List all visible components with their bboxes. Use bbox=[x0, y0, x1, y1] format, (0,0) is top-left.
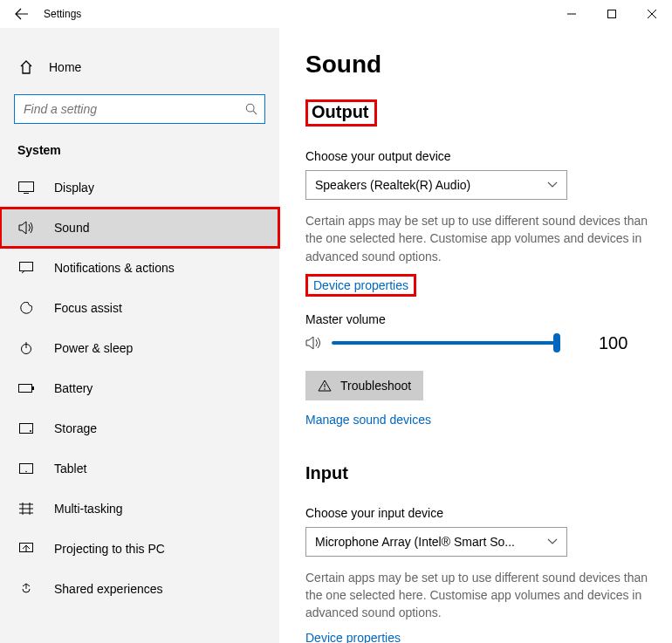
display-icon bbox=[17, 181, 35, 194]
sidebar-item-battery[interactable]: Battery bbox=[0, 368, 279, 408]
sidebar-item-label: Notifications & actions bbox=[54, 261, 175, 275]
titlebar: Settings bbox=[0, 0, 672, 28]
svg-point-12 bbox=[324, 388, 326, 390]
search-icon bbox=[245, 103, 257, 115]
master-volume-label: Master volume bbox=[305, 312, 663, 326]
sidebar: Home System Display Sound bbox=[0, 28, 279, 643]
sidebar-item-tablet[interactable]: Tablet bbox=[0, 448, 279, 489]
sidebar-item-label: Sound bbox=[54, 221, 89, 235]
sidebar-item-label: Battery bbox=[54, 381, 93, 395]
notifications-icon bbox=[17, 262, 35, 274]
input-device-value: Microphone Array (Intel® Smart So... bbox=[315, 535, 515, 549]
multitasking-icon bbox=[17, 503, 35, 515]
svg-rect-2 bbox=[19, 182, 34, 192]
sidebar-item-storage[interactable]: Storage bbox=[0, 408, 279, 448]
sidebar-item-label: Tablet bbox=[54, 462, 86, 475]
sidebar-item-label: Storage bbox=[54, 421, 97, 435]
sidebar-item-label: Focus assist bbox=[54, 301, 122, 315]
svg-rect-6 bbox=[32, 386, 34, 390]
chevron-down-icon bbox=[547, 181, 558, 188]
volume-icon[interactable] bbox=[305, 335, 325, 351]
svg-point-10 bbox=[25, 471, 27, 473]
projecting-icon bbox=[17, 543, 35, 555]
tablet-icon bbox=[17, 463, 35, 474]
sidebar-item-label: Multi-tasking bbox=[54, 502, 123, 516]
sidebar-item-projecting[interactable]: Projecting to this PC bbox=[0, 529, 279, 569]
input-help-text: Certain apps may be set up to use differ… bbox=[305, 569, 655, 622]
sidebar-item-display[interactable]: Display bbox=[0, 168, 279, 208]
troubleshoot-button[interactable]: Troubleshoot bbox=[305, 371, 423, 400]
sidebar-category: System bbox=[0, 138, 279, 168]
sidebar-item-label: Power & sleep bbox=[54, 341, 133, 355]
window-title: Settings bbox=[44, 8, 81, 20]
slider-thumb[interactable] bbox=[553, 333, 560, 352]
output-heading: Output bbox=[305, 99, 377, 127]
power-icon bbox=[17, 342, 35, 354]
home-label: Home bbox=[49, 60, 81, 74]
focus-icon bbox=[17, 302, 35, 314]
output-help-text: Certain apps may be set up to use differ… bbox=[305, 212, 655, 265]
sidebar-item-label: Projecting to this PC bbox=[54, 542, 165, 556]
page-title: Sound bbox=[305, 51, 663, 79]
sound-icon bbox=[17, 221, 35, 235]
output-device-properties-link[interactable]: Device properties bbox=[313, 278, 408, 292]
home-icon bbox=[17, 60, 35, 74]
sidebar-item-label: Display bbox=[54, 181, 94, 195]
svg-point-1 bbox=[246, 104, 254, 112]
shared-icon bbox=[17, 583, 35, 595]
volume-value: 100 bbox=[599, 333, 627, 353]
maximize-button[interactable] bbox=[592, 0, 632, 28]
input-device-dropdown[interactable]: Microphone Array (Intel® Smart So... bbox=[305, 527, 567, 557]
manage-sound-devices-link[interactable]: Manage sound devices bbox=[305, 413, 431, 427]
output-device-dropdown[interactable]: Speakers (Realtek(R) Audio) bbox=[305, 170, 567, 200]
content: Sound Output Choose your output device S… bbox=[279, 28, 672, 643]
warning-icon bbox=[318, 380, 332, 392]
svg-rect-3 bbox=[20, 263, 33, 271]
troubleshoot-label: Troubleshoot bbox=[340, 379, 411, 393]
sidebar-home[interactable]: Home bbox=[0, 49, 279, 86]
minimize-button[interactable] bbox=[552, 0, 592, 28]
output-device-value: Speakers (Realtek(R) Audio) bbox=[315, 178, 470, 192]
input-heading: Input bbox=[305, 463, 348, 483]
input-choose-label: Choose your input device bbox=[305, 506, 663, 520]
minimize-icon bbox=[567, 10, 576, 18]
battery-icon bbox=[17, 384, 35, 393]
search-input-wrapper[interactable] bbox=[14, 94, 265, 124]
input-device-properties-link[interactable]: Device properties bbox=[305, 631, 401, 643]
svg-rect-0 bbox=[608, 10, 616, 18]
svg-rect-5 bbox=[19, 385, 32, 393]
back-button[interactable] bbox=[12, 4, 31, 24]
sidebar-item-label: Shared experiences bbox=[54, 582, 163, 596]
output-choose-label: Choose your output device bbox=[305, 149, 663, 163]
sidebar-item-shared[interactable]: Shared experiences bbox=[0, 569, 279, 609]
maximize-icon bbox=[607, 10, 616, 18]
sidebar-item-power[interactable]: Power & sleep bbox=[0, 328, 279, 368]
close-icon bbox=[648, 10, 656, 18]
arrow-left-icon bbox=[15, 7, 29, 21]
storage-icon bbox=[17, 423, 35, 434]
sidebar-item-multitasking[interactable]: Multi-tasking bbox=[0, 489, 279, 529]
chevron-down-icon bbox=[547, 538, 558, 545]
search-input[interactable] bbox=[24, 102, 245, 116]
volume-slider[interactable] bbox=[332, 341, 559, 345]
sidebar-item-notifications[interactable]: Notifications & actions bbox=[0, 248, 279, 288]
sidebar-item-sound[interactable]: Sound bbox=[0, 208, 279, 248]
sidebar-item-focus-assist[interactable]: Focus assist bbox=[0, 288, 279, 328]
close-button[interactable] bbox=[632, 0, 672, 28]
svg-point-8 bbox=[30, 430, 31, 432]
